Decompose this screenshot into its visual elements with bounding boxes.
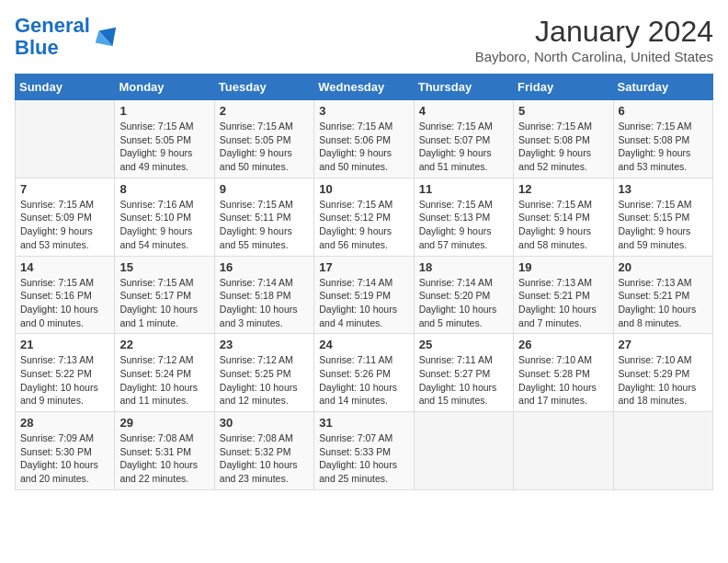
day-info: Sunrise: 7:13 AMSunset: 5:21 PMDaylight:… bbox=[518, 276, 608, 330]
day-number: 21 bbox=[20, 338, 109, 351]
day-info: Sunrise: 7:15 AMSunset: 5:07 PMDaylight:… bbox=[419, 120, 508, 174]
day-cell: 22Sunrise: 7:12 AMSunset: 5:24 PMDayligh… bbox=[115, 334, 214, 412]
header-row: SundayMondayTuesdayWednesdayThursdayFrid… bbox=[16, 75, 713, 100]
day-info: Sunrise: 7:09 AMSunset: 5:30 PMDaylight:… bbox=[20, 431, 109, 486]
day-cell: 11Sunrise: 7:15 AMSunset: 5:13 PMDayligh… bbox=[414, 178, 513, 256]
day-cell bbox=[514, 412, 613, 490]
day-number: 5 bbox=[518, 104, 608, 118]
col-header-sunday: Sunday bbox=[16, 75, 115, 100]
day-cell: 28Sunrise: 7:09 AMSunset: 5:30 PMDayligh… bbox=[16, 412, 115, 490]
day-cell: 16Sunrise: 7:14 AMSunset: 5:18 PMDayligh… bbox=[214, 256, 313, 334]
day-number: 16 bbox=[220, 260, 309, 274]
day-number: 29 bbox=[119, 416, 209, 430]
day-cell: 31Sunrise: 7:07 AMSunset: 5:33 PMDayligh… bbox=[314, 412, 414, 490]
day-cell: 13Sunrise: 7:15 AMSunset: 5:15 PMDayligh… bbox=[613, 178, 712, 256]
day-cell bbox=[414, 412, 513, 490]
day-number: 13 bbox=[619, 182, 708, 196]
day-info: Sunrise: 7:10 AMSunset: 5:28 PMDaylight:… bbox=[518, 353, 608, 408]
day-number: 25 bbox=[419, 338, 508, 351]
day-number: 26 bbox=[518, 338, 608, 351]
day-info: Sunrise: 7:13 AMSunset: 5:21 PMDaylight:… bbox=[619, 276, 708, 330]
day-info: Sunrise: 7:08 AMSunset: 5:32 PMDaylight:… bbox=[220, 431, 309, 486]
day-cell: 3Sunrise: 7:15 AMSunset: 5:06 PMDaylight… bbox=[314, 100, 414, 178]
col-header-wednesday: Wednesday bbox=[314, 75, 414, 100]
day-cell: 9Sunrise: 7:15 AMSunset: 5:11 PMDaylight… bbox=[214, 178, 313, 256]
day-cell: 27Sunrise: 7:10 AMSunset: 5:29 PMDayligh… bbox=[613, 334, 712, 412]
week-row-3: 14Sunrise: 7:15 AMSunset: 5:16 PMDayligh… bbox=[16, 256, 713, 334]
day-number: 2 bbox=[220, 104, 309, 118]
day-cell: 10Sunrise: 7:15 AMSunset: 5:12 PMDayligh… bbox=[314, 178, 414, 256]
day-number: 20 bbox=[619, 260, 708, 274]
week-row-1: 1Sunrise: 7:15 AMSunset: 5:05 PMDaylight… bbox=[16, 100, 713, 178]
day-number: 11 bbox=[419, 182, 508, 196]
day-info: Sunrise: 7:12 AMSunset: 5:25 PMDaylight:… bbox=[220, 353, 309, 408]
day-number: 24 bbox=[319, 338, 408, 351]
day-cell bbox=[16, 100, 115, 178]
day-info: Sunrise: 7:15 AMSunset: 5:17 PMDaylight:… bbox=[119, 276, 209, 330]
day-cell: 30Sunrise: 7:08 AMSunset: 5:32 PMDayligh… bbox=[214, 412, 313, 490]
col-header-thursday: Thursday bbox=[414, 75, 513, 100]
day-number: 7 bbox=[20, 182, 109, 196]
day-number: 10 bbox=[319, 182, 408, 196]
week-row-5: 28Sunrise: 7:09 AMSunset: 5:30 PMDayligh… bbox=[16, 412, 713, 490]
logo: General Blue bbox=[15, 15, 118, 59]
col-header-friday: Friday bbox=[514, 75, 613, 100]
day-cell: 6Sunrise: 7:15 AMSunset: 5:08 PMDaylight… bbox=[613, 100, 712, 178]
day-number: 23 bbox=[220, 338, 309, 351]
header: General Blue January 2024 Bayboro, North… bbox=[15, 15, 713, 64]
day-number: 22 bbox=[119, 338, 209, 351]
day-number: 18 bbox=[419, 260, 508, 274]
logo-text: General Blue bbox=[15, 15, 90, 59]
day-cell: 12Sunrise: 7:15 AMSunset: 5:14 PMDayligh… bbox=[514, 178, 613, 256]
day-cell bbox=[613, 412, 712, 490]
day-info: Sunrise: 7:15 AMSunset: 5:15 PMDaylight:… bbox=[619, 198, 708, 252]
day-info: Sunrise: 7:15 AMSunset: 5:05 PMDaylight:… bbox=[220, 120, 309, 174]
day-number: 4 bbox=[419, 104, 508, 118]
day-cell: 7Sunrise: 7:15 AMSunset: 5:09 PMDaylight… bbox=[16, 178, 115, 256]
day-number: 19 bbox=[518, 260, 608, 274]
col-header-saturday: Saturday bbox=[613, 75, 712, 100]
day-number: 15 bbox=[119, 260, 209, 274]
day-cell: 14Sunrise: 7:15 AMSunset: 5:16 PMDayligh… bbox=[16, 256, 115, 334]
day-info: Sunrise: 7:10 AMSunset: 5:29 PMDaylight:… bbox=[619, 353, 708, 408]
calendar-header: SundayMondayTuesdayWednesdayThursdayFrid… bbox=[16, 75, 713, 100]
day-number: 6 bbox=[619, 104, 708, 118]
title-area: January 2024 Bayboro, North Carolina, Un… bbox=[475, 15, 713, 64]
day-number: 27 bbox=[619, 338, 708, 351]
day-info: Sunrise: 7:15 AMSunset: 5:05 PMDaylight:… bbox=[119, 120, 209, 174]
day-cell: 2Sunrise: 7:15 AMSunset: 5:05 PMDaylight… bbox=[214, 100, 313, 178]
logo-icon bbox=[92, 24, 118, 50]
day-info: Sunrise: 7:15 AMSunset: 5:09 PMDaylight:… bbox=[20, 198, 109, 252]
day-info: Sunrise: 7:15 AMSunset: 5:08 PMDaylight:… bbox=[619, 120, 708, 174]
day-number: 17 bbox=[319, 260, 408, 274]
day-info: Sunrise: 7:14 AMSunset: 5:20 PMDaylight:… bbox=[419, 276, 508, 330]
day-info: Sunrise: 7:15 AMSunset: 5:14 PMDaylight:… bbox=[518, 198, 608, 252]
day-info: Sunrise: 7:11 AMSunset: 5:27 PMDaylight:… bbox=[419, 353, 508, 408]
day-cell: 25Sunrise: 7:11 AMSunset: 5:27 PMDayligh… bbox=[414, 334, 513, 412]
day-cell: 19Sunrise: 7:13 AMSunset: 5:21 PMDayligh… bbox=[514, 256, 613, 334]
day-info: Sunrise: 7:15 AMSunset: 5:06 PMDaylight:… bbox=[319, 120, 408, 174]
day-number: 14 bbox=[20, 260, 109, 274]
day-cell: 24Sunrise: 7:11 AMSunset: 5:26 PMDayligh… bbox=[314, 334, 414, 412]
day-number: 30 bbox=[220, 416, 309, 430]
day-info: Sunrise: 7:07 AMSunset: 5:33 PMDaylight:… bbox=[319, 431, 408, 486]
calendar-table: SundayMondayTuesdayWednesdayThursdayFrid… bbox=[15, 74, 713, 490]
week-row-4: 21Sunrise: 7:13 AMSunset: 5:22 PMDayligh… bbox=[16, 334, 713, 412]
day-cell: 5Sunrise: 7:15 AMSunset: 5:08 PMDaylight… bbox=[514, 100, 613, 178]
col-header-monday: Monday bbox=[115, 75, 214, 100]
day-number: 9 bbox=[220, 182, 309, 196]
day-cell: 4Sunrise: 7:15 AMSunset: 5:07 PMDaylight… bbox=[414, 100, 513, 178]
day-number: 8 bbox=[119, 182, 209, 196]
day-info: Sunrise: 7:15 AMSunset: 5:13 PMDaylight:… bbox=[419, 198, 508, 252]
day-info: Sunrise: 7:14 AMSunset: 5:18 PMDaylight:… bbox=[220, 276, 309, 330]
day-info: Sunrise: 7:13 AMSunset: 5:22 PMDaylight:… bbox=[20, 353, 109, 408]
day-info: Sunrise: 7:15 AMSunset: 5:12 PMDaylight:… bbox=[319, 198, 408, 252]
day-info: Sunrise: 7:08 AMSunset: 5:31 PMDaylight:… bbox=[119, 431, 209, 486]
day-cell: 8Sunrise: 7:16 AMSunset: 5:10 PMDaylight… bbox=[115, 178, 214, 256]
day-cell: 21Sunrise: 7:13 AMSunset: 5:22 PMDayligh… bbox=[16, 334, 115, 412]
day-number: 12 bbox=[518, 182, 608, 196]
day-info: Sunrise: 7:15 AMSunset: 5:08 PMDaylight:… bbox=[518, 120, 608, 174]
day-info: Sunrise: 7:11 AMSunset: 5:26 PMDaylight:… bbox=[319, 353, 408, 408]
day-number: 1 bbox=[119, 104, 209, 118]
day-number: 3 bbox=[319, 104, 408, 118]
